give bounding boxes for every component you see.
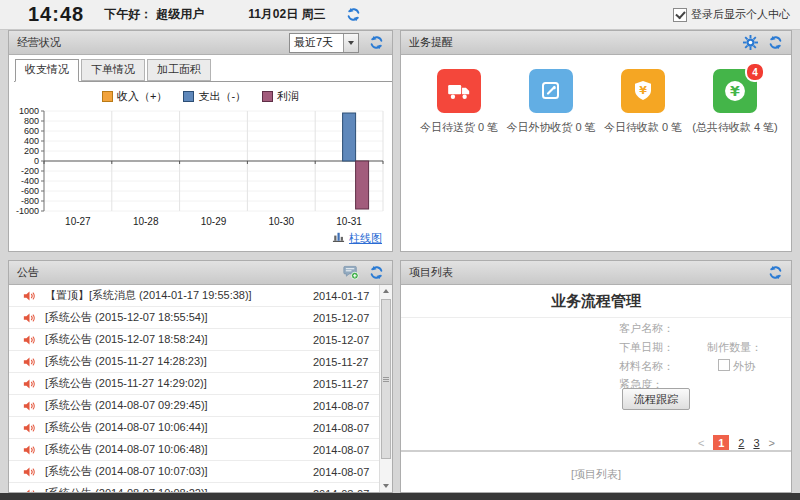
announcements-list: 【置顶】[系统消息 (2014-01-17 19:55:38)]2014-01-…: [9, 285, 379, 492]
scrollbar-thumb[interactable]: [381, 299, 391, 459]
pagination: <123>: [698, 435, 775, 451]
scroll-down-icon[interactable]: [380, 480, 392, 492]
announcement-date: 2014-08-07: [313, 488, 375, 493]
svg-text:600: 600: [24, 126, 39, 136]
announcement-row[interactable]: [系统公告 (2015-11-27 14:28:23)]2015-11-27: [9, 351, 379, 373]
reminder-label: 今日外协收货 0 笔: [506, 120, 595, 135]
announcements-title: 公告: [17, 265, 333, 280]
speaker-icon: [23, 444, 35, 456]
announcement-text: [系统公告 (2015-11-27 14:28:23)]: [45, 354, 313, 369]
announcement-row[interactable]: [系统公告 (2014-08-07 09:29:45)]2014-08-07: [9, 395, 379, 417]
quantity-label: 制作数量：: [707, 340, 762, 355]
chevron-down-icon: [348, 41, 354, 45]
business-status-title: 经营状况: [17, 35, 289, 50]
personal-center-option[interactable]: 登录后显示个人中心: [673, 7, 790, 22]
announcement-row[interactable]: [系统公告 (2014-08-07 10:07:03)]2014-08-07: [9, 461, 379, 483]
speaker-icon: [23, 290, 35, 302]
svg-text:¥: ¥: [639, 84, 647, 97]
shield-yen-icon: ¥: [621, 69, 665, 113]
tab-下单情况[interactable]: 下单情况: [81, 59, 145, 81]
dashboard: 14:48 下午好： 超级用户 11月02日 周三 登录后显示个人中心 经营状况…: [0, 0, 800, 500]
topbar-refresh-icon[interactable]: [346, 7, 361, 22]
date-range-value: 最近7天: [290, 35, 343, 50]
announcement-date: 2015-12-07: [313, 312, 375, 324]
announcement-row[interactable]: [系统公告 (2014-08-07 10:06:44)]2014-08-07: [9, 417, 379, 439]
announcement-date: 2014-01-17: [313, 290, 375, 302]
legend-swatch: [183, 91, 194, 102]
announcement-row[interactable]: [系统公告 (2015-12-07 18:55:54)]2015-12-07: [9, 307, 379, 329]
reminder-tile: [437, 69, 481, 113]
announcements-refresh-icon[interactable]: [369, 265, 384, 280]
reminders-settings-gear-icon[interactable]: [743, 35, 758, 50]
reminder-label: (总共待收款 4 笔): [692, 120, 778, 135]
announcement-text: [系统公告 (2015-12-07 18:58:24)]: [45, 332, 313, 347]
outsource-label: 外协: [733, 359, 755, 374]
speaker-icon: [23, 488, 35, 493]
business-reminders-panel: 业务提醒 今日待送货 0 笔今日外协收货 0 笔¥今日待收款 0 笔¥4(总共待…: [400, 30, 792, 252]
status-refresh-icon[interactable]: [369, 35, 384, 50]
truck-icon: [437, 69, 481, 113]
speaker-icon: [23, 312, 35, 324]
legend-item: 利润: [262, 89, 299, 104]
reminder-item[interactable]: 今日待送货 0 笔: [419, 69, 499, 135]
announcement-text: [系统公告 (2014-08-07 10:07:03)]: [45, 464, 313, 479]
date-range-select[interactable]: 最近7天: [289, 33, 359, 53]
chart-type-switch[interactable]: 柱线图: [332, 229, 382, 247]
announcement-date: 2015-11-27: [313, 378, 375, 390]
income-expense-chart: -1000-800-600-400-2000200400600800100010…: [11, 105, 392, 239]
svg-text:10-31: 10-31: [336, 216, 362, 227]
announcements-panel: 公告 【置顶】[系统消息 (2014-01-17 19:55:38)]2014-…: [8, 260, 393, 493]
svg-text:0: 0: [34, 156, 39, 166]
announcement-row[interactable]: [系统公告 (2015-11-27 14:29:02)]2015-11-27: [9, 373, 379, 395]
reminder-tile: ¥4: [713, 69, 757, 113]
business-status-header: 经营状况 最近7天: [9, 31, 392, 55]
tab-收支情况[interactable]: 收支情况: [15, 59, 79, 82]
tab-加工面积[interactable]: 加工面积: [147, 59, 211, 81]
personal-center-label: 登录后显示个人中心: [691, 7, 790, 22]
business-reminders-header: 业务提醒: [401, 31, 791, 55]
announcement-row[interactable]: [系统公告 (2015-12-07 18:58:24)]2015-12-07: [9, 329, 379, 351]
page-button-3[interactable]: 3: [753, 437, 759, 449]
page-prev-button[interactable]: <: [698, 437, 704, 449]
announcement-row[interactable]: [系统公告 (2014-08-07 10:08:22)]2014-08-07: [9, 483, 379, 492]
speaker-icon: [23, 334, 35, 346]
bar-利润-10-31: [356, 161, 369, 209]
reminders-refresh-icon[interactable]: [768, 35, 783, 50]
reminder-label: 今日待收款 0 笔: [604, 120, 682, 135]
announcement-text: [系统公告 (2014-08-07 09:29:45)]: [45, 398, 313, 413]
announcement-date: 2014-08-07: [313, 400, 375, 412]
page-button-2[interactable]: 2: [738, 437, 744, 449]
select-dropdown-button[interactable]: [343, 34, 358, 52]
process-track-button[interactable]: 流程跟踪: [622, 388, 690, 410]
legend-label: 收入（+）: [117, 89, 167, 104]
svg-text:10-30: 10-30: [269, 216, 295, 227]
status-tabs: 收支情况下单情况加工面积: [14, 59, 392, 82]
legend-item: 支出（-）: [183, 89, 246, 104]
personal-center-checkbox[interactable]: [673, 8, 687, 22]
business-reminders-title: 业务提醒: [409, 35, 733, 50]
outsource-checkbox[interactable]: [718, 359, 730, 371]
top-bar: 14:48 下午好： 超级用户 11月02日 周三 登录后显示个人中心: [0, 0, 800, 30]
page-button-1[interactable]: 1: [713, 435, 729, 451]
projects-refresh-icon[interactable]: [768, 265, 783, 280]
announcement-text: 【置顶】[系统消息 (2014-01-17 19:55:38)]: [45, 288, 313, 303]
project-list-panel: 项目列表 业务流程管理 客户名称： 下单日期： 制作数量： 材料名称： 外协 紧…: [400, 260, 792, 493]
add-announcement-icon[interactable]: [343, 265, 359, 280]
svg-text:-400: -400: [21, 176, 39, 186]
announcement-text: [系统公告 (2014-08-07 10:06:44)]: [45, 420, 313, 435]
announcement-row[interactable]: 【置顶】[系统消息 (2014-01-17 19:55:38)]2014-01-…: [9, 285, 379, 307]
legend-swatch: [102, 91, 113, 102]
bar-chart-icon: [332, 229, 345, 247]
bottom-bar: [0, 493, 800, 500]
announcements-header: 公告: [9, 261, 392, 285]
announcements-scrollbar[interactable]: [379, 285, 392, 492]
reminder-item[interactable]: 今日外协收货 0 笔: [511, 69, 591, 135]
svg-text:1000: 1000: [19, 106, 39, 116]
scroll-up-icon[interactable]: [380, 285, 392, 297]
reminder-item[interactable]: ¥今日待收款 0 笔: [603, 69, 683, 135]
announcement-row[interactable]: [系统公告 (2014-08-07 10:06:48)]2014-08-07: [9, 439, 379, 461]
speaker-icon: [23, 356, 35, 368]
svg-text:-800: -800: [21, 196, 39, 206]
reminder-item[interactable]: ¥4(总共待收款 4 笔): [695, 69, 775, 135]
page-next-button[interactable]: >: [769, 437, 775, 449]
